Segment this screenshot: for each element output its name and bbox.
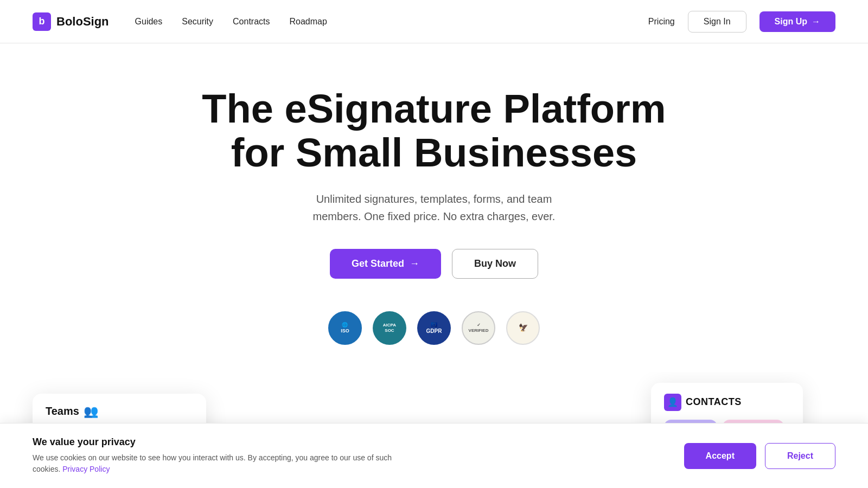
logo-link[interactable]: b BoloSign xyxy=(33,12,109,31)
hero-buttons: Get Started → Buy Now xyxy=(11,249,857,279)
badge-gdpr: 🇪🇺GDPR xyxy=(417,311,451,345)
get-started-button[interactable]: Get Started → xyxy=(330,249,441,279)
cookie-banner: We value your privacy We use cookies on … xyxy=(0,423,868,488)
nav-left: b BoloSign Guides Security Contracts Roa… xyxy=(33,12,327,31)
badge-eagle: 🦅 xyxy=(506,311,540,345)
logo-text: BoloSign xyxy=(56,15,109,29)
cookie-title: We value your privacy xyxy=(33,436,412,448)
hero-title: The eSignature Platform for Small Busine… xyxy=(190,87,678,175)
nav-guides[interactable]: Guides xyxy=(135,17,163,27)
hero-subtitle: Unlimited signatures, templates, forms, … xyxy=(293,190,575,225)
badge-verified: ✓VERIFIED xyxy=(462,311,495,345)
nav-right: Pricing Sign In Sign Up → xyxy=(648,11,835,33)
sign-up-button[interactable]: Sign Up → xyxy=(760,11,835,32)
teams-card-title: Teams 👥 xyxy=(46,404,193,419)
hero-section: The eSignature Platform for Small Busine… xyxy=(0,43,868,488)
cookie-buttons: Accept Reject xyxy=(684,443,835,469)
nav-links: Guides Security Contracts Roadmap xyxy=(135,17,327,27)
navbar: b BoloSign Guides Security Contracts Roa… xyxy=(0,0,868,43)
buy-now-button[interactable]: Buy Now xyxy=(452,249,538,279)
reject-button[interactable]: Reject xyxy=(765,443,835,469)
logo-icon: b xyxy=(33,12,51,31)
sign-in-button[interactable]: Sign In xyxy=(688,11,746,33)
badge-iso: 🌐ISO xyxy=(328,311,362,345)
contacts-header: 👤 CONTACTS xyxy=(664,394,790,411)
cookie-desc: We use cookies on our website to see how… xyxy=(33,452,412,475)
cookie-text: We value your privacy We use cookies on … xyxy=(33,436,412,475)
nav-roadmap[interactable]: Roadmap xyxy=(290,17,327,27)
nav-security[interactable]: Security xyxy=(182,17,213,27)
privacy-policy-link[interactable]: Privacy Policy xyxy=(62,465,110,473)
badge-aicpa: AICPASOC xyxy=(373,311,406,345)
teams-emoji-icon: 👥 xyxy=(84,404,98,419)
contacts-icon: 👤 xyxy=(664,394,681,411)
accept-button[interactable]: Accept xyxy=(684,443,756,469)
trust-badges: 🌐ISO AICPASOC 🇪🇺GDPR ✓VERIFIED 🦅 xyxy=(11,311,857,345)
nav-contracts[interactable]: Contracts xyxy=(233,17,270,27)
pricing-link[interactable]: Pricing xyxy=(648,17,675,27)
